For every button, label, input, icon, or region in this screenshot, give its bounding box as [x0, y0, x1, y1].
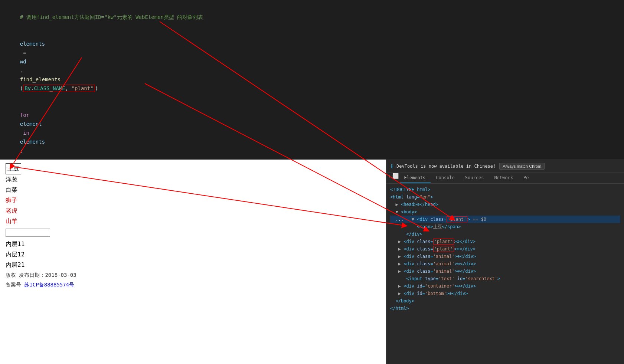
- tab-network[interactable]: Network: [489, 173, 518, 183]
- dom-body[interactable]: ▼ <body>: [390, 208, 620, 216]
- web-item-tiger: 老虎: [6, 206, 380, 216]
- dom-body-close[interactable]: </body>: [390, 297, 620, 305]
- tab-sources[interactable]: Sources: [460, 173, 489, 183]
- dom-input-search[interactable]: <input type='text' id='searchtext'>: [390, 275, 620, 282]
- icp-line: 备案号 苏ICP备88885574号: [6, 280, 380, 289]
- tab-elements[interactable]: Elements: [399, 173, 431, 183]
- search-input[interactable]: [6, 229, 50, 237]
- dom-span-potato[interactable]: <span>土豆</span>: [390, 223, 620, 230]
- devtools-match-btn[interactable]: Always match Chrom: [499, 163, 545, 170]
- dom-head[interactable]: ▶ <head>⊙</head>: [390, 201, 620, 208]
- code-editor: # 调用find_element方法返回ID="kw"元素的 WebElemen…: [0, 0, 501, 160]
- dom-html[interactable]: <html lang="en">: [390, 193, 620, 201]
- dom-div-plant-highlighted[interactable]: ... ▼ <div class='plant'> == $0: [390, 216, 620, 223]
- web-item-goat: 山羊: [6, 216, 380, 226]
- dom-doctype[interactable]: <!DOCTYPE html>: [390, 186, 620, 193]
- tab-console[interactable]: Console: [431, 173, 460, 183]
- web-page: 土豆 洋葱 白菜 狮子 老虎 山羊 内层11 内层12 内层21 版权 发布日期…: [0, 160, 386, 364]
- devtools-banner-text: DevTools is now available in Chinese!: [396, 164, 496, 169]
- dom-div-plant3[interactable]: ▶ <div class='plant'>⊙</div>: [390, 245, 620, 253]
- web-item-lion: 狮子: [6, 195, 380, 206]
- devtools-dom-content: <!DOCTYPE html> <html lang="en"> ▶ <head…: [386, 184, 624, 362]
- web-nested-12: 内层12: [6, 249, 380, 260]
- web-item-cabbage: 白菜: [6, 185, 380, 195]
- devtools-device-icon[interactable]: ⬜: [392, 173, 399, 183]
- web-search-input-container: [6, 229, 380, 237]
- dom-div-plant2[interactable]: ▶ <div class='plant'>⊙</div>: [390, 238, 620, 245]
- web-nested-21: 内层21: [6, 260, 380, 270]
- dom-div-animal1[interactable]: ▶ <div class='animal'>⊙</div>: [390, 253, 620, 260]
- web-item-onion: 洋葱: [6, 174, 380, 185]
- devtools-panel: ℹ DevTools is now available in Chinese! …: [386, 160, 624, 364]
- dom-div-container[interactable]: ▶ <div id='container'>⊙</div>: [390, 282, 620, 290]
- dom-html-close[interactable]: </html>: [390, 305, 620, 312]
- dom-div-bottom[interactable]: ▶ <div id='bottom'>⊙</div>: [390, 290, 620, 297]
- devtools-banner: ℹ DevTools is now available in Chinese! …: [386, 160, 624, 173]
- code-line-2: elements = wd . find_elements (By.CLASS_…: [7, 30, 494, 102]
- icp-link[interactable]: 苏ICP备88885574号: [24, 282, 74, 288]
- info-icon: ℹ: [391, 163, 393, 169]
- code-line-1: # 调用find_element方法返回ID="kw"元素的 WebElemen…: [7, 4, 494, 30]
- tab-pe[interactable]: Pe: [518, 173, 534, 183]
- code-line-3: for element in elements :: [7, 102, 494, 160]
- dom-div-animal3[interactable]: ▶ <div class='animal'>⊙</div>: [390, 268, 620, 275]
- dom-div-animal2[interactable]: ▶ <div class='animal'>⊙</div>: [390, 260, 620, 268]
- copyright-text: 版权 发布日期：2018-03-03: [6, 270, 380, 280]
- dom-div-close1[interactable]: </div>: [390, 230, 620, 238]
- devtools-tabs: ⬚ ⬜ Elements Console Sources Network Pe: [386, 173, 624, 184]
- devtools-inspect-icon[interactable]: ⬚: [389, 173, 392, 183]
- web-item-potato: 土豆: [6, 163, 21, 174]
- web-nested-11: 内层11: [6, 239, 380, 249]
- web-footer: 版权 发布日期：2018-03-03 备案号 苏ICP备88885574号: [6, 270, 380, 289]
